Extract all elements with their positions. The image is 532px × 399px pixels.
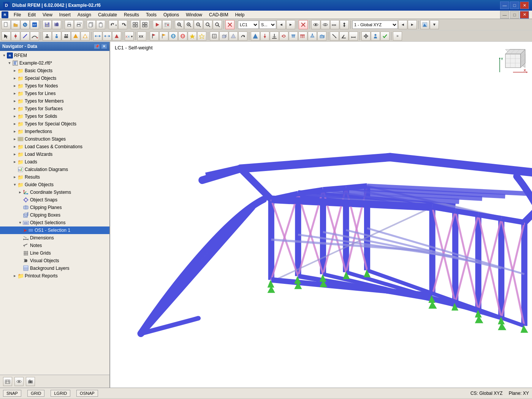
menu-tools[interactable]: Tools (143, 11, 160, 18)
nav-expand-obj-sel[interactable]: ▼ (17, 220, 23, 225)
tb2-complex[interactable] (210, 32, 219, 41)
tb2-select[interactable] (2, 32, 11, 41)
nav-expand-special[interactable]: ► (12, 76, 17, 81)
nav-expand-load-cases[interactable]: ► (12, 144, 17, 149)
tb2-more[interactable]: » (393, 32, 402, 41)
tb2-globe2[interactable] (178, 32, 187, 41)
tb-zoom-box[interactable] (175, 20, 184, 29)
nav-expand-rfem[interactable]: ▼ (2, 53, 7, 58)
tb-zoom-next[interactable]: → (213, 20, 222, 29)
nav-basic-objects[interactable]: ► 📁 Basic Objects (0, 67, 109, 74)
menu-assign[interactable]: Assign (74, 11, 94, 18)
tb2-rotate[interactable] (238, 32, 247, 41)
tb-eye2[interactable] (321, 20, 330, 29)
menu-view[interactable]: View (40, 11, 55, 18)
tb2-star[interactable] (188, 32, 197, 41)
tb-zoom-fit[interactable] (184, 20, 193, 29)
tb2-down[interactable] (112, 32, 121, 41)
nav-loads[interactable]: ► 📁 Loads (0, 158, 109, 166)
tb-paste[interactable] (96, 20, 105, 29)
menu-calculate[interactable]: Calculate (95, 11, 120, 18)
nav-expand-types-lines[interactable]: ► (12, 91, 17, 96)
nav-clipping-planes[interactable]: Clipping Planes (0, 204, 109, 211)
menu-cad-bim[interactable]: CAD-BIM (206, 11, 231, 18)
tb2-gear[interactable] (361, 32, 370, 41)
nav-expand-types-nodes[interactable]: ► (12, 83, 17, 89)
nav-expand-loads[interactable]: ► (12, 159, 17, 165)
tb2-resize[interactable] (93, 32, 102, 41)
nav-construction-stages[interactable]: ► Construction Stages (0, 135, 109, 143)
tb2-load-gen[interactable] (298, 32, 307, 41)
s-dropdown[interactable]: S... (259, 21, 276, 29)
tb2-cube[interactable] (219, 32, 228, 41)
menu-window[interactable]: Window (183, 11, 205, 18)
nav-expand-printout[interactable]: ► (12, 273, 17, 279)
tb-save[interactable] (43, 20, 52, 29)
nav-notes[interactable]: Notes (0, 242, 109, 249)
nav-os1[interactable]: ➤ OS1 - Selection 1 (0, 226, 109, 234)
menu-insert[interactable]: Insert (56, 11, 74, 18)
tb2-dim3[interactable] (349, 32, 358, 41)
tb2-load1[interactable] (251, 32, 260, 41)
menu-file[interactable]: File (11, 11, 24, 18)
tb2-person2[interactable] (52, 32, 61, 41)
navigator-pin-button[interactable]: 📌 (94, 44, 100, 49)
maximize-button[interactable]: □ (510, 2, 519, 9)
nav-dimensions[interactable]: Dimensions (0, 234, 109, 242)
nav-clipping-boxes[interactable]: Clipping Boxes (0, 211, 109, 219)
tb-view-icon1[interactable] (299, 20, 308, 29)
nav-imperfections[interactable]: ► 📁 Imperfections (0, 128, 109, 135)
tb2-flag[interactable] (150, 32, 159, 41)
tb2-line[interactable] (21, 32, 30, 41)
tb2-group[interactable] (62, 32, 71, 41)
tb2-arc[interactable] (30, 32, 39, 41)
tb-module[interactable]: RF (30, 20, 39, 29)
nav-expand-coord[interactable]: ► (17, 190, 23, 195)
nav-expand-results[interactable]: ► (12, 174, 17, 180)
sub-close-button[interactable]: ✕ (520, 11, 529, 19)
tb-nav-prev[interactable]: ◄ (277, 20, 286, 29)
tb2-xx-btn[interactable]: XX (137, 32, 146, 41)
menu-options[interactable]: Options (160, 11, 182, 18)
nav-object-selections[interactable]: ▼ Object Selections (0, 219, 109, 226)
nav-project[interactable]: ▼ Example-02.rf6* (0, 59, 109, 67)
tb-new[interactable] (2, 20, 11, 29)
tb2-person[interactable] (43, 32, 52, 41)
tb-xxx[interactable]: xxx (330, 20, 339, 29)
nav-expand-basic[interactable]: ► (12, 68, 17, 73)
nav-types-members[interactable]: ► 📁 Types for Members (0, 97, 109, 105)
tb2-check[interactable] (380, 32, 390, 41)
nav-bottom-camera[interactable] (26, 377, 35, 386)
tb2-flag2[interactable] (159, 32, 168, 41)
tb2-moment[interactable] (279, 32, 288, 41)
status-lgrid[interactable]: LGRID (51, 390, 70, 397)
nav-types-surfaces[interactable]: ► 📁 Types for Surfaces (0, 105, 109, 112)
tb-print2[interactable]: ▼ (74, 20, 83, 29)
tb2-xyz[interactable]: X X ▼ (125, 32, 134, 41)
tb2-load-surf[interactable] (308, 32, 317, 41)
tb2-xxx3[interactable] (81, 32, 90, 41)
cube-navigator[interactable]: X Y (498, 46, 528, 76)
nav-types-solids[interactable]: ► 📁 Types for Solids (0, 112, 109, 120)
tb-render[interactable] (420, 20, 429, 29)
tb-open[interactable] (11, 20, 20, 29)
tb-zoom-fit2[interactable] (194, 20, 203, 29)
tb2-person3[interactable] (371, 32, 380, 41)
navigator-close-button[interactable]: ✕ (101, 44, 107, 49)
status-grid[interactable]: GRID (27, 390, 45, 397)
nav-expand-project[interactable]: ▼ (7, 60, 12, 66)
lc-dropdown[interactable]: LC1 (238, 21, 259, 29)
tb-copy[interactable] (87, 20, 96, 29)
tb2-star2[interactable] (197, 32, 206, 41)
tb-eye1[interactable] (311, 20, 320, 29)
nav-expand-types-members[interactable]: ► (12, 98, 17, 104)
nav-expand-types-special[interactable]: ► (12, 121, 17, 127)
tb-print[interactable] (65, 20, 74, 29)
nav-background-layers[interactable]: Background Layers (0, 264, 109, 272)
tb2-node[interactable] (11, 32, 20, 41)
nav-object-snaps[interactable]: Object Snaps (0, 196, 109, 204)
view-dropdown[interactable]: 1 - Global XYZ (352, 21, 398, 29)
tb-calc-run[interactable] (153, 20, 162, 29)
tb-render2[interactable]: ▼ (430, 20, 439, 29)
tb2-measure[interactable] (330, 32, 339, 41)
